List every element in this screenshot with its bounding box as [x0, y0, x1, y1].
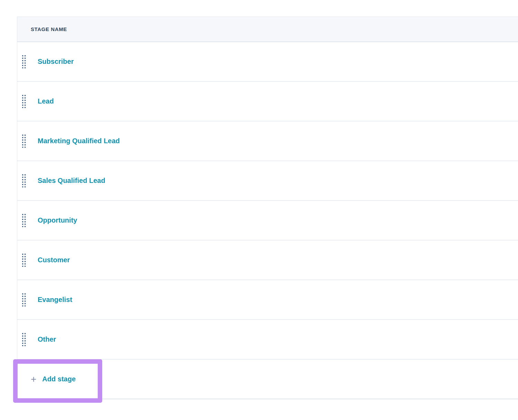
add-stage-button[interactable]: + Add stage: [31, 374, 76, 384]
stage-name-link[interactable]: Subscriber: [38, 58, 74, 66]
stage-name-link[interactable]: Other: [38, 335, 56, 343]
drag-handle-icon[interactable]: [22, 135, 26, 148]
drag-handle-icon[interactable]: [22, 293, 26, 306]
table-row: Customer: [17, 241, 518, 280]
plus-icon: +: [31, 374, 36, 384]
table-row: Lead: [17, 82, 518, 121]
drag-handle-icon[interactable]: [22, 95, 26, 108]
drag-handle-icon[interactable]: [22, 333, 26, 346]
drag-handle-icon[interactable]: [22, 254, 26, 267]
table-row: Subscriber: [17, 42, 518, 82]
table-header-row: STAGE NAME: [17, 17, 518, 42]
table-row: Opportunity: [17, 201, 518, 241]
lifecycle-stage-table: STAGE NAME Subscriber: [17, 17, 518, 399]
stage-rows: Subscriber Lead: [17, 42, 518, 360]
stage-name-link[interactable]: Opportunity: [38, 216, 77, 224]
table-row: Marketing Qualified Lead: [17, 121, 518, 161]
drag-handle-icon[interactable]: [22, 214, 26, 227]
stage-name-link[interactable]: Evangelist: [38, 296, 72, 304]
table-row: Other: [17, 320, 518, 360]
column-header-stage-name: STAGE NAME: [31, 26, 67, 32]
drag-handle-icon[interactable]: [22, 55, 26, 68]
stage-name-link[interactable]: Lead: [38, 97, 54, 105]
drag-handle-icon[interactable]: [22, 174, 26, 187]
stage-name-link[interactable]: Customer: [38, 256, 70, 264]
add-stage-row: + Add stage: [17, 360, 518, 399]
table-row: Evangelist: [17, 280, 518, 320]
add-stage-label: Add stage: [42, 375, 76, 383]
stage-name-link[interactable]: Marketing Qualified Lead: [38, 137, 120, 145]
table-row: Sales Qualified Lead: [17, 161, 518, 201]
stage-name-link[interactable]: Sales Qualified Lead: [38, 177, 105, 185]
